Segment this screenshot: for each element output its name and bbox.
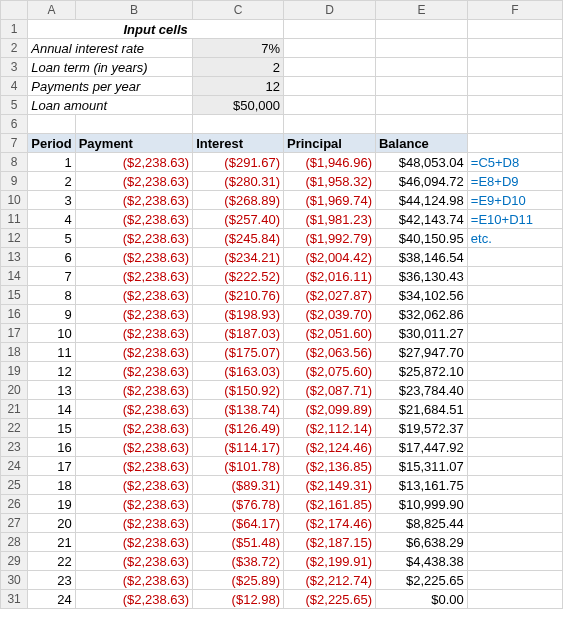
cell-formula[interactable] — [467, 400, 562, 419]
cell-balance[interactable]: $44,124.98 — [375, 191, 467, 210]
row-header-5[interactable]: 5 — [1, 96, 28, 115]
cell[interactable] — [284, 58, 376, 77]
cell-payment[interactable]: ($2,238.63) — [75, 571, 192, 590]
cell[interactable] — [467, 39, 562, 58]
cell-balance[interactable]: $36,130.43 — [375, 267, 467, 286]
row-header-17[interactable]: 17 — [1, 324, 28, 343]
cell-period[interactable]: 10 — [28, 324, 75, 343]
cell-balance[interactable]: $8,825.44 — [375, 514, 467, 533]
cell-interest[interactable]: ($210.76) — [193, 286, 284, 305]
cell[interactable] — [193, 115, 284, 134]
cell-period[interactable]: 19 — [28, 495, 75, 514]
cell[interactable] — [467, 96, 562, 115]
row-header-23[interactable]: 23 — [1, 438, 28, 457]
cell-payment[interactable]: ($2,238.63) — [75, 590, 192, 609]
cell-payment[interactable]: ($2,238.63) — [75, 438, 192, 457]
cell-balance[interactable]: $25,872.10 — [375, 362, 467, 381]
cell-principal[interactable]: ($2,174.46) — [284, 514, 376, 533]
row-header-6[interactable]: 6 — [1, 115, 28, 134]
cell-formula[interactable] — [467, 495, 562, 514]
cell[interactable] — [284, 39, 376, 58]
cell[interactable] — [467, 115, 562, 134]
cell-period[interactable]: 22 — [28, 552, 75, 571]
cell[interactable] — [284, 115, 376, 134]
cell-balance[interactable]: $10,999.90 — [375, 495, 467, 514]
cell[interactable] — [375, 115, 467, 134]
cell-formula[interactable] — [467, 343, 562, 362]
cell-formula[interactable]: =E8+D9 — [467, 172, 562, 191]
cell-balance[interactable]: $17,447.92 — [375, 438, 467, 457]
cell-interest[interactable]: ($245.84) — [193, 229, 284, 248]
cell-balance[interactable]: $46,094.72 — [375, 172, 467, 191]
row-header-25[interactable]: 25 — [1, 476, 28, 495]
label-rate[interactable]: Annual interest rate — [28, 39, 193, 58]
select-all-cell[interactable] — [1, 1, 28, 20]
cell-formula[interactable]: =E10+D11 — [467, 210, 562, 229]
cell[interactable] — [467, 20, 562, 39]
cell-balance[interactable]: $0.00 — [375, 590, 467, 609]
row-header-30[interactable]: 30 — [1, 571, 28, 590]
col-header-c[interactable]: C — [193, 1, 284, 20]
cell-balance[interactable]: $27,947.70 — [375, 343, 467, 362]
cell-principal[interactable]: ($2,063.56) — [284, 343, 376, 362]
cell-principal[interactable]: ($2,039.70) — [284, 305, 376, 324]
row-header-24[interactable]: 24 — [1, 457, 28, 476]
cell-interest[interactable]: ($25.89) — [193, 571, 284, 590]
cell-payment[interactable]: ($2,238.63) — [75, 267, 192, 286]
cell-interest[interactable]: ($150.92) — [193, 381, 284, 400]
cell-payment[interactable]: ($2,238.63) — [75, 362, 192, 381]
col-header-e[interactable]: E — [375, 1, 467, 20]
cell-balance[interactable]: $32,062.86 — [375, 305, 467, 324]
cell-period[interactable]: 2 — [28, 172, 75, 191]
cell-principal[interactable]: ($2,199.91) — [284, 552, 376, 571]
cell-interest[interactable]: ($257.40) — [193, 210, 284, 229]
cell-interest[interactable]: ($51.48) — [193, 533, 284, 552]
cell-balance[interactable]: $38,146.54 — [375, 248, 467, 267]
cell-principal[interactable]: ($2,004.42) — [284, 248, 376, 267]
cell-principal[interactable]: ($1,946.96) — [284, 153, 376, 172]
cell-payment[interactable]: ($2,238.63) — [75, 381, 192, 400]
cell-principal[interactable]: ($2,136.85) — [284, 457, 376, 476]
hdr-payment[interactable]: Payment — [75, 134, 192, 153]
cell-formula[interactable]: etc. — [467, 229, 562, 248]
hdr-balance[interactable]: Balance — [375, 134, 467, 153]
cell-formula[interactable] — [467, 552, 562, 571]
cell-formula[interactable] — [467, 305, 562, 324]
cell-payment[interactable]: ($2,238.63) — [75, 514, 192, 533]
cell-period[interactable]: 15 — [28, 419, 75, 438]
cell-balance[interactable]: $42,143.74 — [375, 210, 467, 229]
cell-payment[interactable]: ($2,238.63) — [75, 400, 192, 419]
cell-payment[interactable]: ($2,238.63) — [75, 533, 192, 552]
cell[interactable] — [375, 96, 467, 115]
cell-interest[interactable]: ($12.98) — [193, 590, 284, 609]
cell-principal[interactable]: ($2,075.60) — [284, 362, 376, 381]
cell-principal[interactable]: ($1,958.32) — [284, 172, 376, 191]
cell[interactable] — [284, 20, 376, 39]
cell-payment[interactable]: ($2,238.63) — [75, 172, 192, 191]
cell-balance[interactable]: $40,150.95 — [375, 229, 467, 248]
cell-formula[interactable] — [467, 438, 562, 457]
hdr-interest[interactable]: Interest — [193, 134, 284, 153]
cell-principal[interactable]: ($2,016.11) — [284, 267, 376, 286]
cell[interactable] — [284, 96, 376, 115]
cell-balance[interactable]: $13,161.75 — [375, 476, 467, 495]
cell-principal[interactable]: ($2,099.89) — [284, 400, 376, 419]
cell-payment[interactable]: ($2,238.63) — [75, 552, 192, 571]
label-term[interactable]: Loan term (in years) — [28, 58, 193, 77]
cell-period[interactable]: 11 — [28, 343, 75, 362]
row-header-19[interactable]: 19 — [1, 362, 28, 381]
cell-period[interactable]: 21 — [28, 533, 75, 552]
row-header-4[interactable]: 4 — [1, 77, 28, 96]
cell-balance[interactable]: $19,572.37 — [375, 419, 467, 438]
cell-formula[interactable] — [467, 571, 562, 590]
row-header-7[interactable]: 7 — [1, 134, 28, 153]
cell-payment[interactable]: ($2,238.63) — [75, 495, 192, 514]
row-header-29[interactable]: 29 — [1, 552, 28, 571]
row-header-1[interactable]: 1 — [1, 20, 28, 39]
row-header-12[interactable]: 12 — [1, 229, 28, 248]
row-header-11[interactable]: 11 — [1, 210, 28, 229]
cell-formula[interactable] — [467, 533, 562, 552]
spreadsheet-grid[interactable]: A B C D E F 1 Input cells 2 Annual inter… — [0, 0, 563, 609]
row-header-26[interactable]: 26 — [1, 495, 28, 514]
cell-principal[interactable]: ($2,161.85) — [284, 495, 376, 514]
